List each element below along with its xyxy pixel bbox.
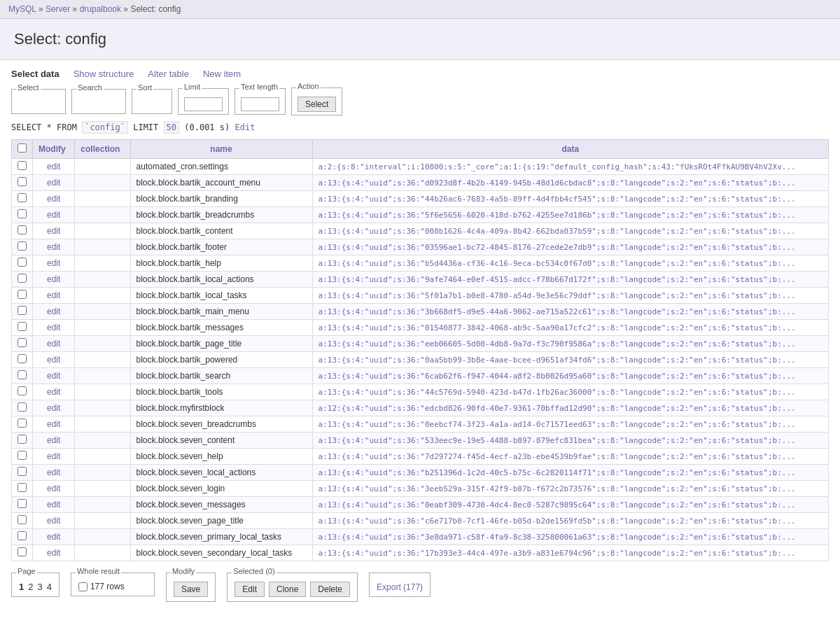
action-group-label: Action [296, 82, 321, 90]
delete-button[interactable]: Delete [310, 582, 350, 597]
breadcrumb-server[interactable]: Server [46, 4, 70, 14]
table-row: edit block.block.seven_page_title a:13:{… [12, 513, 829, 529]
row-checkbox-cell [12, 272, 33, 288]
row-edit-link[interactable]: edit [47, 339, 60, 349]
row-checkbox[interactable] [18, 483, 27, 492]
page-4-link[interactable]: 4 [47, 582, 52, 592]
row-checkbox[interactable] [18, 467, 27, 476]
row-checkbox[interactable] [18, 386, 27, 395]
row-data-cell: a:13:{s:4:"uuid";s:36:"17b393e3-44c4-497… [312, 545, 828, 561]
text-length-input[interactable]: 100 [241, 97, 279, 111]
export-link[interactable]: Export (177) [377, 582, 423, 592]
row-edit-link[interactable]: edit [47, 355, 60, 365]
select-button[interactable]: Select [298, 97, 336, 112]
row-edit-link[interactable]: edit [47, 548, 60, 558]
row-data-cell: a:13:{s:4:"uuid";s:36:"0aa5bb99-3b8e-4aa… [312, 352, 828, 368]
row-edit-link[interactable]: edit [47, 274, 60, 284]
row-collection-cell [75, 433, 130, 449]
row-checkbox[interactable] [18, 322, 27, 331]
edit-button[interactable]: Edit [234, 582, 265, 597]
row-edit-cell: edit [33, 513, 75, 529]
row-collection-cell [75, 481, 130, 497]
clone-button[interactable]: Clone [269, 582, 306, 597]
row-edit-link[interactable]: edit [47, 403, 60, 413]
row-checkbox-cell [12, 223, 33, 239]
row-edit-link[interactable]: edit [47, 500, 60, 510]
row-checkbox[interactable] [18, 241, 27, 251]
row-edit-link[interactable]: edit [47, 162, 60, 171]
row-name-cell: block.block.bartik_search [130, 368, 312, 384]
row-checkbox[interactable] [18, 531, 27, 540]
row-edit-link[interactable]: edit [47, 484, 60, 493]
row-checkbox[interactable] [18, 515, 27, 524]
row-checkbox[interactable] [18, 177, 27, 186]
text-length-group: Text length 100 [234, 88, 286, 115]
row-checkbox[interactable] [18, 274, 27, 283]
row-edit-link[interactable]: edit [47, 468, 60, 477]
row-checkbox[interactable] [18, 290, 27, 299]
row-edit-cell: edit [33, 175, 75, 191]
row-checkbox[interactable] [18, 306, 27, 315]
row-checkbox[interactable] [18, 435, 27, 444]
table-row: edit block.block.seven_content a:13:{s:4… [12, 433, 829, 449]
row-data-cell: a:13:{s:4:"uuid";s:36:"01540877-3842-406… [312, 320, 828, 336]
save-button[interactable]: Save [174, 582, 208, 597]
row-edit-link[interactable]: edit [47, 178, 60, 188]
row-data-cell: a:2:{s:8:"interval";i:10800;s:5:"_core";… [312, 159, 828, 175]
page-title-bar: Select: config [0, 19, 840, 60]
row-edit-link[interactable]: edit [47, 242, 60, 252]
row-checkbox[interactable] [18, 161, 27, 170]
whole-result-checkbox[interactable] [78, 582, 88, 591]
row-collection-cell [75, 272, 130, 288]
table-row: edit block.block.seven_login a:13:{s:4:"… [12, 481, 829, 497]
row-edit-cell: edit [33, 320, 75, 336]
modify-group: Modify Save [166, 573, 216, 602]
page-3-link[interactable]: 3 [37, 582, 42, 592]
tab-show-structure[interactable]: Show structure [74, 69, 134, 79]
row-checkbox[interactable] [18, 258, 27, 267]
row-checkbox[interactable] [18, 451, 27, 460]
row-checkbox[interactable] [18, 193, 27, 202]
row-edit-link[interactable]: edit [47, 258, 60, 268]
row-checkbox[interactable] [18, 402, 27, 412]
limit-input[interactable]: 50 [184, 97, 223, 111]
sql-edit-link[interactable]: Edit [234, 122, 255, 132]
select-all-checkbox[interactable] [18, 143, 27, 153]
row-edit-link[interactable]: edit [47, 435, 60, 445]
row-edit-link[interactable]: edit [47, 419, 60, 429]
row-edit-link[interactable]: edit [47, 516, 60, 526]
row-checkbox[interactable] [18, 225, 27, 234]
row-checkbox[interactable] [18, 499, 27, 508]
breadcrumb: MySQL » Server » drupalbook » Select: co… [0, 0, 840, 19]
tab-new-item[interactable]: New item [203, 69, 241, 79]
content-area: Select data Show structure Alter table N… [0, 60, 840, 615]
row-checkbox[interactable] [18, 354, 27, 363]
breadcrumb-mysql[interactable]: MySQL [8, 4, 36, 14]
row-edit-link[interactable]: edit [47, 194, 60, 204]
row-edit-link[interactable]: edit [47, 307, 60, 316]
row-checkbox[interactable] [18, 209, 27, 218]
row-checkbox-cell [12, 384, 33, 400]
row-checkbox[interactable] [18, 338, 27, 347]
breadcrumb-drupalbook[interactable]: drupalbook [80, 4, 121, 14]
page-1-link[interactable]: 1 [19, 582, 24, 592]
row-checkbox[interactable] [18, 370, 27, 379]
header-collection: collection [75, 140, 130, 159]
row-edit-link[interactable]: edit [47, 210, 60, 220]
row-edit-link[interactable]: edit [47, 532, 60, 542]
row-edit-link[interactable]: edit [47, 371, 60, 381]
row-edit-link[interactable]: edit [47, 387, 60, 397]
row-checkbox[interactable] [18, 419, 27, 428]
tab-alter-table[interactable]: Alter table [148, 69, 189, 79]
row-edit-link[interactable]: edit [47, 323, 60, 332]
row-edit-link[interactable]: edit [47, 290, 60, 300]
row-data-cell: a:13:{s:4:"uuid";s:36:"44c5769d-5940-423… [312, 384, 828, 400]
row-edit-link[interactable]: edit [47, 226, 60, 236]
page-2-link[interactable]: 2 [28, 582, 33, 592]
table-row: edit automated_cron.settings a:2:{s:8:"i… [12, 159, 829, 175]
row-edit-link[interactable]: edit [47, 451, 60, 461]
tab-select-data[interactable]: Select data [11, 69, 59, 79]
row-edit-cell: edit [33, 288, 75, 304]
selected-group-label: Selected (0) [232, 567, 276, 575]
row-checkbox[interactable] [18, 547, 27, 556]
